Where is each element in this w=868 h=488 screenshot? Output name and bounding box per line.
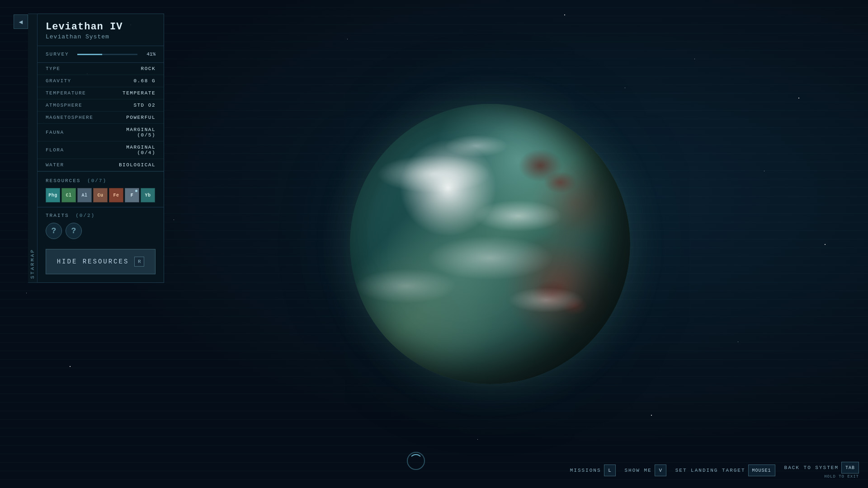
hud-back-system: BACK TO SYSTEM TAB HOLD TO EXIT bbox=[784, 462, 859, 479]
stat-key: TEMPERATURE bbox=[38, 87, 107, 99]
stat-row: TEMPERATURETEMPERATE bbox=[38, 87, 164, 99]
info-panel: Leviathan IV Leviathan System SURVEY 41%… bbox=[38, 14, 164, 283]
show-me-label: SHOW ME bbox=[625, 468, 652, 473]
stat-value: STD O2 bbox=[107, 99, 164, 112]
resources-label: RESOURCES bbox=[46, 178, 80, 183]
set-landing-label: SET LANDING TARGET bbox=[675, 468, 745, 473]
panel-header: Leviathan IV Leviathan System bbox=[38, 14, 164, 46]
resource-chip[interactable]: Al bbox=[77, 188, 92, 202]
planet-view bbox=[350, 104, 630, 384]
hud-show-me: SHOW ME V bbox=[625, 465, 666, 476]
traits-count: (0/2) bbox=[75, 213, 95, 218]
stat-key: FLORA bbox=[38, 141, 107, 159]
resource-chip[interactable]: Yb bbox=[141, 188, 155, 202]
trait-token[interactable]: ? bbox=[46, 223, 62, 239]
resources-count: (0/7) bbox=[87, 178, 107, 183]
back-system-label: BACK TO SYSTEM bbox=[784, 465, 839, 470]
hud-missions: MISSIONS L bbox=[570, 465, 616, 476]
traits-label: TRAITS bbox=[46, 213, 69, 218]
stat-row: FLORAMARGINAL (0/4) bbox=[38, 141, 164, 159]
stat-row: TYPEROCK bbox=[38, 63, 164, 75]
stat-value: MARGINAL (0/4) bbox=[107, 141, 164, 159]
planet-sphere bbox=[350, 104, 630, 384]
stat-value: 0.68 G bbox=[107, 75, 164, 87]
resource-chip-dot bbox=[135, 190, 137, 192]
stat-row: MAGNETOSPHEREPOWERFUL bbox=[38, 112, 164, 124]
stat-row: GRAVITY0.68 G bbox=[38, 75, 164, 87]
resources-header: RESOURCES (0/7) bbox=[46, 178, 156, 183]
stat-row: FAUNAMARGINAL (0/5) bbox=[38, 124, 164, 141]
back-system-sub: HOLD TO EXIT bbox=[824, 474, 859, 479]
resources-section: RESOURCES (0/7) PhgClAlCuFeFYb bbox=[38, 171, 164, 207]
collapse-icon: ◀ bbox=[19, 18, 23, 26]
back-system-top: BACK TO SYSTEM TAB bbox=[784, 462, 859, 474]
survey-bar-track bbox=[77, 54, 137, 55]
traits-header: TRAITS (0/2) bbox=[46, 213, 156, 218]
stat-value: BIOLOGICAL bbox=[107, 159, 164, 171]
resource-chip[interactable]: F bbox=[125, 188, 139, 202]
back-system-key[interactable]: TAB bbox=[841, 462, 859, 474]
resource-chips: PhgClAlCuFeFYb bbox=[46, 188, 156, 202]
trait-tokens: ?? bbox=[46, 223, 156, 239]
set-landing-key[interactable]: MOUSE1 bbox=[748, 465, 775, 476]
hide-resources-key: R bbox=[134, 257, 144, 267]
sidebar: ◀ STARMAP Leviathan IV Leviathan System … bbox=[14, 14, 164, 283]
stat-value: MARGINAL (0/5) bbox=[107, 124, 164, 141]
stat-value: ROCK bbox=[107, 63, 164, 75]
stat-row: WATERBIOLOGICAL bbox=[38, 159, 164, 171]
show-me-key[interactable]: V bbox=[655, 465, 666, 476]
survey-bar-fill bbox=[77, 54, 102, 55]
collapse-button[interactable]: ◀ bbox=[14, 14, 28, 29]
stat-key: FAUNA bbox=[38, 124, 107, 141]
starmap-label: STARMAP bbox=[28, 14, 38, 283]
missions-label: MISSIONS bbox=[570, 468, 601, 473]
stat-key: GRAVITY bbox=[38, 75, 107, 87]
loading-indicator bbox=[407, 452, 425, 470]
survey-bar: SURVEY 41% bbox=[38, 46, 164, 63]
trait-token[interactable]: ? bbox=[66, 223, 82, 239]
resource-chip[interactable]: Phg bbox=[46, 188, 60, 202]
stats-table: TYPEROCKGRAVITY0.68 GTEMPERATURETEMPERAT… bbox=[38, 63, 164, 171]
resource-chip[interactable]: Cu bbox=[93, 188, 108, 202]
stat-row: ATMOSPHERESTD O2 bbox=[38, 99, 164, 112]
hud-set-landing: SET LANDING TARGET MOUSE1 bbox=[675, 465, 775, 476]
resource-chip[interactable]: Cl bbox=[61, 188, 76, 202]
survey-label: SURVEY bbox=[46, 52, 73, 57]
stat-value: TEMPERATE bbox=[107, 87, 164, 99]
stat-key: TYPE bbox=[38, 63, 107, 75]
missions-key[interactable]: L bbox=[604, 465, 616, 476]
hide-resources-label: HIDE RESOURCES bbox=[57, 258, 129, 265]
traits-section: TRAITS (0/2) ?? bbox=[38, 207, 164, 245]
system-name: Leviathan System bbox=[46, 33, 156, 40]
stat-key: WATER bbox=[38, 159, 107, 171]
resource-chip[interactable]: Fe bbox=[109, 188, 123, 202]
stat-key: ATMOSPHERE bbox=[38, 99, 107, 112]
planet-name: Leviathan IV bbox=[46, 21, 156, 33]
stat-value: POWERFUL bbox=[107, 112, 164, 124]
planet-landmass bbox=[350, 104, 630, 384]
survey-percent: 41% bbox=[142, 52, 156, 57]
stat-key: MAGNETOSPHERE bbox=[38, 112, 107, 124]
bottom-hud: MISSIONS L SHOW ME V SET LANDING TARGET … bbox=[570, 462, 859, 479]
hide-resources-button[interactable]: HIDE RESOURCES R bbox=[46, 249, 156, 274]
